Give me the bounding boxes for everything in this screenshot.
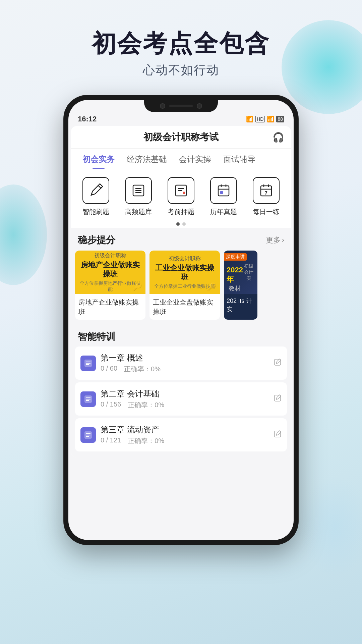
exam-icon-box xyxy=(168,177,194,204)
hd-icon: HD xyxy=(255,116,265,122)
training-item-2[interactable]: 第三章 流动资产 0 / 121 正确率：0% xyxy=(75,418,287,451)
course-thumb-0: 初级会计职称 房地产企业做账实操班 全方位掌握房地产行业做账技能 🔑 xyxy=(75,251,145,294)
training-icon-1 xyxy=(80,391,96,407)
svg-text:7: 7 xyxy=(265,190,267,196)
course-thumb-tag-0: 初级会计职称 xyxy=(94,252,126,259)
notch-camera2 xyxy=(197,103,202,109)
dark-sub: 教材 xyxy=(227,284,243,292)
list-icon-box xyxy=(125,177,152,204)
training-rate-0: 正确率：0% xyxy=(124,365,161,374)
tab-item-0[interactable]: 初会实务 xyxy=(76,149,121,169)
course-thumb-tag-1: 初级会计职称 xyxy=(169,255,201,262)
feature-item-2[interactable]: 考前押题 xyxy=(163,177,199,216)
phone-notch xyxy=(144,100,218,112)
training-count-1: 0 / 156 xyxy=(101,400,121,410)
features-grid: 智能刷题 高频题库 xyxy=(71,169,291,219)
edit-icon-0[interactable] xyxy=(274,358,282,368)
promo-section: 初会考点全包含 心动不如行动 xyxy=(0,0,362,89)
course-card-dark[interactable]: 深度串讲 2022年 教材 初级会计实 202 its 计实 xyxy=(224,251,257,320)
feature-label-4: 每日一练 xyxy=(253,207,280,216)
section-steady-more[interactable]: 更多 › xyxy=(266,235,284,245)
promo-subtitle: 心动不如行动 xyxy=(0,62,362,78)
training-count-0: 0 / 60 xyxy=(101,365,117,374)
tab-label-0: 初会实务 xyxy=(82,155,115,164)
course-thumb-1: 初级会计职称 工业企业做账实操班 全方位掌握工业行业做账技能 🔑 xyxy=(149,251,220,294)
dark-card-text: 202 its 计实 xyxy=(224,294,257,316)
training-meta-0: 0 / 60 正确率：0% xyxy=(101,365,274,374)
svg-rect-23 xyxy=(275,359,281,365)
training-item-1[interactable]: 第二章 会计基础 0 / 156 正确率：0% xyxy=(75,382,287,416)
app-title: 初级会计职称考试 xyxy=(143,131,219,144)
training-title: 智能特训 xyxy=(71,325,291,346)
training-name-2: 第三章 流动资产 xyxy=(101,424,274,435)
feature-item-0[interactable]: 智能刷题 xyxy=(77,177,114,216)
tab-item-1[interactable]: 经济法基础 xyxy=(121,149,173,169)
training-count-2: 0 / 121 xyxy=(101,436,121,445)
course-thumb-title-0: 房地产企业做账实操班 xyxy=(78,261,142,278)
dark-year: 2022年 xyxy=(227,266,243,284)
dark-detail: 初级会计实 xyxy=(243,263,255,281)
training-meta-2: 0 / 121 正确率：0% xyxy=(101,436,274,445)
wifi-icon: 📶 xyxy=(267,115,274,123)
training-name-0: 第一章 概述 xyxy=(101,353,274,363)
tab-label-1: 经济法基础 xyxy=(127,155,167,164)
course-card-1[interactable]: 初级会计职称 工业企业做账实操班 全方位掌握工业行业做账技能 🔑 工业企业全盘做… xyxy=(149,251,220,320)
course-card-0[interactable]: 初级会计职称 房地产企业做账实操班 全方位掌握房地产行业做账技能 🔑 房地产企业… xyxy=(75,251,145,320)
battery-icon: 88 xyxy=(276,116,284,122)
feature-item-1[interactable]: 高频题库 xyxy=(120,177,157,216)
cards-row: 初级会计职称 房地产企业做账实操班 全方位掌握房地产行业做账技能 🔑 房地产企业… xyxy=(71,251,291,325)
edit-icon-1[interactable] xyxy=(274,394,282,404)
history-icon-box xyxy=(210,177,237,204)
promo-title: 初会考点全包含 xyxy=(0,30,362,57)
phone-inner: 16:12 📶 HD 📶 88 初级会计职称考试 🎧 xyxy=(68,100,294,540)
training-item-0[interactable]: 第一章 概述 0 / 60 正确率：0% xyxy=(75,346,287,380)
notch-speaker xyxy=(169,105,193,107)
course-thumb-title-1: 工业企业做账实操班 xyxy=(153,264,217,281)
notch-camera xyxy=(160,103,165,109)
training-rate-2: 正确率：0% xyxy=(128,436,164,445)
feature-label-2: 考前押题 xyxy=(168,207,194,216)
app-content: 初级会计职称考试 🎧 初会实务 经济法基础 会计实操 xyxy=(71,126,291,458)
dark-card-img: 深度串讲 2022年 教材 初级会计实 xyxy=(224,251,257,294)
status-time: 16:12 xyxy=(78,115,97,123)
tab-item-2[interactable]: 会计实操 xyxy=(173,149,217,169)
tabs-bar: 初会实务 经济法基础 会计实操 面试辅导 xyxy=(71,149,291,169)
course-thumb-icon-0: 🔑 xyxy=(132,282,142,291)
headphone-icon[interactable]: 🎧 xyxy=(273,132,284,143)
svg-rect-13 xyxy=(220,191,223,194)
svg-rect-33 xyxy=(275,431,281,437)
status-icons: 📶 HD 📶 88 xyxy=(246,115,284,123)
course-card-text-0: 房地产企业做账实操班 xyxy=(75,294,145,320)
daily-icon-box: 7 xyxy=(253,177,280,204)
signal-icon: 📶 xyxy=(246,115,253,123)
training-icon-0 xyxy=(80,356,96,371)
course-thumb-sub-1: 全方位掌握工业行业做账技能 xyxy=(154,283,215,289)
dot-2 xyxy=(182,222,186,226)
training-info-2: 第三章 流动资产 0 / 121 正确率：0% xyxy=(96,424,274,445)
dot-1 xyxy=(176,222,180,226)
edit-icon-2[interactable] xyxy=(274,430,282,440)
tab-active-bar xyxy=(93,168,105,169)
course-card-text-1: 工业企业全盘做账实操班 xyxy=(149,294,220,320)
training-info-0: 第一章 概述 0 / 60 正确率：0% xyxy=(96,353,274,374)
dark-badge: 深度串讲 xyxy=(224,253,247,261)
feature-item-4[interactable]: 7 每日一练 xyxy=(248,177,285,216)
chevron-right-icon: › xyxy=(282,236,284,245)
feature-item-3[interactable]: 历年真题 xyxy=(205,177,242,216)
feature-label-1: 高频题库 xyxy=(125,207,152,216)
pagination-dots xyxy=(71,219,291,228)
svg-rect-9 xyxy=(218,186,229,196)
tab-label-2: 会计实操 xyxy=(179,155,211,164)
feature-label-0: 智能刷题 xyxy=(82,207,109,216)
phone-wrapper: 16:12 📶 HD 📶 88 初级会计职称考试 🎧 xyxy=(0,95,362,545)
phone-outer: 16:12 📶 HD 📶 88 初级会计职称考试 🎧 xyxy=(64,95,298,545)
svg-rect-28 xyxy=(275,395,281,401)
app-header: 初级会计职称考试 🎧 xyxy=(71,126,291,149)
tab-item-3[interactable]: 面试辅导 xyxy=(217,149,261,169)
feature-label-3: 历年真题 xyxy=(210,207,237,216)
training-name-1: 第二章 会计基础 xyxy=(101,388,274,399)
training-info-1: 第二章 会计基础 0 / 156 正确率：0% xyxy=(96,388,274,410)
training-section: 智能特训 xyxy=(71,325,291,458)
training-icon-2 xyxy=(80,427,96,443)
training-list: 第一章 概述 0 / 60 正确率：0% xyxy=(71,346,291,451)
